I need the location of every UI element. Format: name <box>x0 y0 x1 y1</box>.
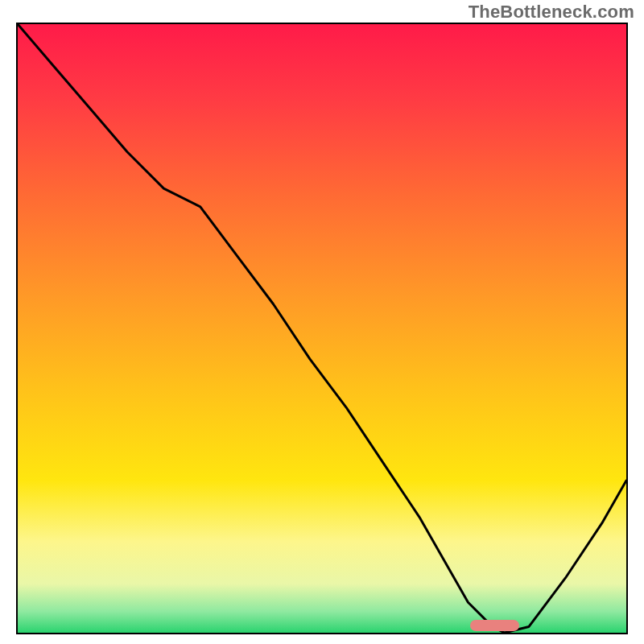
bottleneck-curve <box>18 24 626 633</box>
optimum-marker <box>470 620 519 631</box>
chart-stage: TheBottleneck.com <box>0 0 644 644</box>
plot-area <box>16 23 628 634</box>
watermark-text: TheBottleneck.com <box>469 2 634 23</box>
curve-layer <box>18 24 626 633</box>
